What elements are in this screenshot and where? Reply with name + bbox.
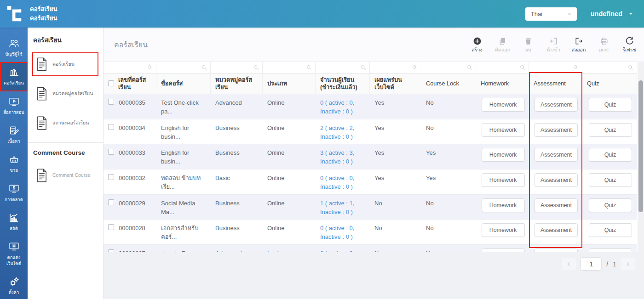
cell-students-link[interactable]: 0 ( active : 0,Inactive : 0 ) (316, 169, 370, 194)
sidebar-item-sell[interactable]: ขาย (0, 149, 28, 178)
books-icon (8, 67, 20, 78)
search-input-2[interactable] (211, 62, 262, 73)
row-checkbox[interactable] (108, 249, 114, 252)
toolbar-button-label: คัดลอก (495, 47, 510, 52)
cell-students-link[interactable]: 3 ( active : 3,Inactive : 0 ) (316, 144, 370, 169)
select-all-checkbox[interactable] (108, 80, 114, 86)
homework-button[interactable]: Homework (482, 223, 525, 237)
print-icon (600, 37, 609, 45)
search-input-1[interactable] (156, 62, 210, 73)
homework-button[interactable]: Homework (482, 123, 525, 137)
prev-page-button[interactable] (562, 258, 576, 270)
row-checkbox[interactable] (108, 174, 114, 180)
assessment-button[interactable]: Assessment (535, 173, 578, 187)
assessment-button[interactable]: Assessment (535, 123, 578, 137)
sidebar-item-marketing[interactable]: การตลาด (0, 179, 28, 208)
quiz-button[interactable]: Quiz (589, 248, 632, 252)
row-checkbox[interactable] (108, 149, 114, 155)
search-cell (263, 62, 316, 73)
cell-published: No (370, 245, 421, 252)
search-input-6[interactable] (421, 62, 476, 73)
cell-course-id: 00000029 (119, 199, 145, 208)
scrollbar-thumb[interactable] (638, 80, 643, 212)
homework-button[interactable]: Homework (482, 248, 525, 252)
row-checkbox[interactable] (108, 99, 114, 105)
column-header-8: Assessment (529, 73, 582, 94)
language-select[interactable]: Thai (525, 7, 577, 21)
quiz-button[interactable]: Quiz (589, 123, 632, 137)
cell-students-link[interactable]: 0 ( active : 0,Inactive : 0 ) (316, 94, 370, 119)
submenu-item[interactable]: คอร์สเรียน (32, 52, 98, 76)
copy-icon (498, 37, 507, 45)
search-input-9[interactable] (582, 62, 637, 73)
assessment-button[interactable]: Assessment (535, 198, 578, 212)
cell-students-link[interactable]: 2 ( active : 2,Inactive : 0 ) (316, 119, 370, 144)
user-menu[interactable]: undefined (591, 10, 634, 17)
page-input[interactable] (581, 257, 602, 271)
sidebar-item-settings[interactable]: ตั้งค่า (0, 271, 28, 299)
search-cell (104, 62, 156, 73)
quiz-button[interactable]: Quiz (589, 223, 632, 237)
cell-type: Online (263, 144, 316, 169)
submenu-section-title: Comment Course (33, 149, 98, 156)
toolbar-button-delete[interactable]: ลบ (521, 37, 535, 52)
sidebar-item-customize[interactable]: ตกแต่ง เว็บไซต์ (0, 237, 28, 271)
cell-students-link[interactable]: 0 ( active : 0,Inactive : 0 ) (316, 220, 370, 244)
sidebar-item-content[interactable]: เนื้อหา (0, 120, 28, 149)
quiz-button[interactable]: Quiz (589, 148, 632, 162)
search-cell (211, 62, 263, 73)
search-cell (316, 62, 370, 73)
assessment-button[interactable]: Assessment (535, 98, 578, 112)
sidebar-item-media[interactable]: สื่อการสอน (0, 91, 28, 120)
content-pencil-icon (8, 125, 20, 136)
cell-course-id: 00000028 (119, 224, 145, 233)
assessment-button[interactable]: Assessment (535, 148, 578, 162)
row-checkbox[interactable] (108, 224, 114, 230)
search-input-5[interactable] (370, 62, 421, 73)
cell-course-id: 00000032 (119, 174, 145, 183)
toolbar-button-export[interactable]: ส่งออก (571, 37, 586, 52)
cell-course-name: Social Media Ma... (156, 195, 211, 220)
quiz-button[interactable]: Quiz (589, 173, 632, 187)
sidebar-item-stats[interactable]: สถิติ (0, 208, 28, 237)
search-input-0[interactable] (104, 62, 156, 73)
assessment-button[interactable]: Assessment (535, 223, 578, 237)
row-checkbox[interactable] (108, 199, 114, 205)
quiz-button[interactable]: Quiz (589, 198, 632, 212)
cell-students-link[interactable]: 0 ( active : 0,Inactive : 0 ) (316, 245, 370, 252)
homework-button[interactable]: Homework (482, 173, 525, 187)
quiz-button[interactable]: Quiz (589, 98, 632, 112)
cell-students-link[interactable]: 1 ( active : 1,Inactive : 0 ) (316, 195, 370, 220)
cell-published: No (370, 195, 421, 220)
cell-course-name: Test One-click pa... (156, 94, 211, 119)
search-input-4[interactable] (316, 62, 369, 73)
search-input-8[interactable] (529, 62, 582, 73)
app-logo-icon (6, 5, 24, 23)
toolbar-button-print[interactable]: print (597, 37, 611, 52)
vertical-scrollbar[interactable] (638, 62, 644, 278)
submenu-item[interactable]: สถานะคอร์สเรียน (32, 111, 98, 135)
homework-button[interactable]: Homework (482, 198, 525, 212)
submenu-item[interactable]: หมวดหมู่คอร์สเรียน (32, 82, 98, 106)
app-header: คอร์สเรียน คอร์สเรียน Thai undefined (0, 0, 644, 28)
table-row: 00000027 สอนสด Zoom Advanced In-class 0 … (104, 245, 637, 252)
sidebar-item-users[interactable]: บัญชีผู้ใช้ (0, 33, 28, 62)
next-page-button[interactable] (621, 258, 635, 270)
media-player-icon (8, 96, 20, 107)
cell-category: Advanced (211, 94, 263, 119)
toolbar-button-import[interactable]: นำเข้า (546, 37, 561, 52)
search-input-7[interactable] (476, 62, 529, 73)
homework-button[interactable]: Homework (482, 148, 525, 162)
homework-button[interactable]: Homework (482, 98, 525, 112)
sidebar-item-courses[interactable]: คอร์สเรียน (0, 62, 28, 91)
assessment-button[interactable]: Assessment (535, 248, 578, 252)
submenu-item[interactable]: Comment Course (32, 164, 98, 187)
toolbar-button-create[interactable]: สร้าง (470, 37, 484, 52)
cell-course-name: English for busin... (156, 144, 211, 169)
submenu-divider (28, 142, 103, 143)
submenu-item-label: หมวดหมู่คอร์สเรียน (52, 90, 93, 97)
toolbar-button-refresh[interactable]: รีเฟรช (622, 37, 637, 52)
search-input-3[interactable] (263, 62, 315, 73)
row-checkbox[interactable] (108, 124, 114, 130)
toolbar-button-copy[interactable]: คัดลอก (495, 37, 510, 52)
